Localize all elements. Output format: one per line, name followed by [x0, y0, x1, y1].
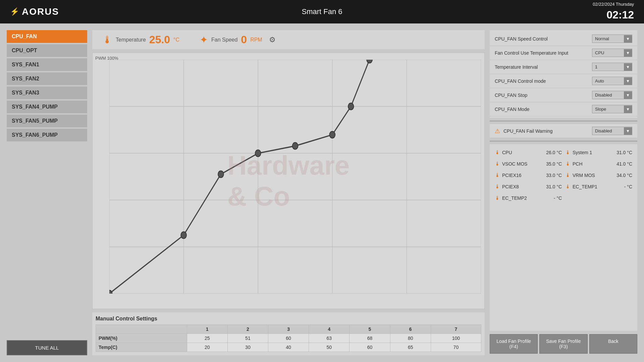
- fail-warning-arrow[interactable]: ▼: [624, 127, 632, 135]
- temp-6[interactable]: 65: [390, 343, 431, 352]
- speed-control-label: CPU_FAN Speed Control: [495, 36, 592, 42]
- temp-icon-pch: 🌡: [565, 161, 571, 167]
- tune-all-button[interactable]: TUNE ALL: [7, 340, 87, 355]
- temp-name-cpu: CPU: [502, 150, 529, 155]
- load-profile-button[interactable]: Load Fan Profile (F4): [490, 334, 538, 354]
- temp-input-select[interactable]: CPU ▼: [592, 49, 632, 57]
- temp-name-pch: PCH: [573, 161, 599, 167]
- svg-point-25: [218, 171, 224, 178]
- fan-item-sys-fan1[interactable]: SYS_FAN1: [7, 58, 87, 71]
- speed-control-arrow[interactable]: ▼: [624, 35, 632, 43]
- temp-name-ec-temp2: EC_TEMP2: [502, 195, 529, 201]
- temp-system1: 🌡 System 1 31.0 °C: [565, 147, 632, 158]
- header: ⚡ AORUS Smart Fan 6 02/22/2024 Thursday …: [0, 0, 644, 23]
- divider: [490, 121, 637, 121]
- pwm-5[interactable]: 68: [350, 334, 390, 343]
- fail-warning-value: Disabled: [592, 127, 624, 135]
- main-content: CPU_FAN CPU_OPT SYS_FAN1 SYS_FAN2 SYS_FA…: [0, 23, 644, 362]
- right-panel: CPU_FAN Speed Control Normal ▼ Fan Contr…: [490, 30, 637, 355]
- svg-point-29: [348, 103, 354, 110]
- temp-label: Temp(C): [96, 343, 187, 352]
- fan-item-sys-fan2[interactable]: SYS_FAN2: [7, 72, 87, 85]
- back-button[interactable]: Back: [589, 334, 637, 354]
- fan-item-cpu-fan[interactable]: CPU_FAN: [7, 30, 87, 43]
- temp-value-pciex8: 31.0 °C: [546, 184, 562, 189]
- col-header-2: 2: [227, 325, 268, 334]
- settings-table: 1 2 3 4 5 6 7 PWM(%) 25 51 60: [96, 324, 481, 352]
- fan-item-cpu-opt[interactable]: CPU_OPT: [7, 44, 87, 57]
- pwm-4[interactable]: 63: [309, 334, 350, 343]
- chart-svg: 0% 20 40 60 80 0%,0C 20 40 60 80 Tempera…: [109, 60, 481, 294]
- fan-item-sys-fan4-pump[interactable]: SYS_FAN4_PUMP: [7, 101, 87, 113]
- fan-icon: ✦: [200, 34, 208, 46]
- temp-icon-ec-temp2: 🌡: [495, 195, 500, 201]
- col-header-3: 3: [268, 325, 309, 334]
- fail-warning-select[interactable]: Disabled ▼: [592, 127, 632, 135]
- temp-input-arrow[interactable]: ▼: [624, 49, 632, 57]
- temp-input-label: Fan Control Use Temperature Input: [495, 50, 592, 56]
- temp-4[interactable]: 50: [309, 343, 350, 352]
- fan-stop-arrow[interactable]: ▼: [624, 92, 632, 99]
- time-text: 02:12: [593, 7, 634, 22]
- col-header-6: 6: [390, 325, 431, 334]
- save-profile-button[interactable]: Save Fan Profile (F3): [539, 334, 587, 354]
- temp-ec-temp1: 🌡 EC_TEMP1 - °C: [565, 182, 632, 192]
- aorus-icon: ⚡: [10, 7, 19, 16]
- pwm-7[interactable]: 100: [431, 334, 481, 343]
- svg-point-24: [181, 232, 186, 238]
- temp-value-pch: 41.0 °C: [616, 161, 632, 167]
- svg-point-28: [329, 131, 335, 138]
- pwm-6[interactable]: 80: [390, 334, 431, 343]
- temp-input-row: Fan Control Use Temperature Input CPU ▼: [490, 46, 637, 60]
- svg-point-23: [109, 290, 112, 294]
- left-sidebar: CPU_FAN CPU_OPT SYS_FAN1 SYS_FAN2 SYS_FA…: [7, 30, 87, 355]
- temp-value-vrm-mos: 34.0 °C: [616, 173, 632, 178]
- divider-2: [490, 141, 637, 141]
- control-mode-select[interactable]: Auto ▼: [592, 77, 632, 85]
- temp-name-vrm-mos: VRM MOS: [573, 173, 599, 178]
- fan-mode-select[interactable]: Slope ▼: [592, 105, 632, 113]
- speed-control-select[interactable]: Normal ▼: [592, 35, 632, 43]
- temp-row: Temp(C) 20 30 40 50 60 65 70: [96, 343, 481, 352]
- fan-item-sys-fan5-pump[interactable]: SYS_FAN5_PUMP: [7, 115, 87, 127]
- fan-item-sys-fan3[interactable]: SYS_FAN3: [7, 86, 87, 99]
- control-mode-label: CPU_FAN Control mode: [495, 78, 592, 84]
- temp-interval-label: Temperature Interval: [495, 64, 592, 70]
- temp-3[interactable]: 40: [268, 343, 309, 352]
- pwm-label: PWM(%): [96, 334, 187, 343]
- temp-5[interactable]: 60: [350, 343, 390, 352]
- temp-7[interactable]: 70: [431, 343, 481, 352]
- temp-pciex8: 🌡 PCIEX8 31.0 °C: [495, 182, 562, 192]
- fan-item-sys-fan6-pump[interactable]: SYS_FAN6_PUMP: [7, 129, 87, 141]
- temp-name-vsoc-mos: VSOC MOS: [502, 161, 529, 167]
- logo-text: AORUS: [22, 6, 59, 17]
- col-header-5: 5: [350, 325, 390, 334]
- fan-mode-arrow[interactable]: ▼: [624, 106, 632, 113]
- pwm-1[interactable]: 25: [187, 334, 227, 343]
- temp-icon-cpu: 🌡: [495, 149, 500, 156]
- pwm-2[interactable]: 51: [227, 334, 268, 343]
- temp-2[interactable]: 30: [227, 343, 268, 352]
- temperature-status: 🌡 Temperature 25.0 °C: [102, 34, 179, 46]
- temp-1[interactable]: 20: [187, 343, 227, 352]
- temperature-readings: 🌡 CPU 26.0 °C 🌡 System 1 31.0 °C 🌡 VSOC …: [490, 144, 637, 331]
- pwm-3[interactable]: 60: [268, 334, 309, 343]
- fan-mode-value: Slope: [592, 105, 624, 113]
- gear-icon[interactable]: ⚙: [269, 36, 276, 44]
- datetime: 02/22/2024 Thursday 02:12: [593, 1, 634, 22]
- thermometer-icon: 🌡: [102, 34, 112, 46]
- manual-settings-title: Manual Control Settings: [96, 316, 481, 322]
- temperature-value: 25.0: [149, 34, 170, 46]
- fan-stop-select[interactable]: Disabled ▼: [592, 91, 632, 99]
- temp-value-cpu: 26.0 °C: [546, 150, 562, 155]
- temp-interval-select[interactable]: 1 ▼: [592, 63, 632, 71]
- temp-cpu: 🌡 CPU 26.0 °C: [495, 147, 562, 158]
- col-header-1: 1: [187, 325, 227, 334]
- temp-interval-arrow[interactable]: ▼: [624, 63, 632, 71]
- fan-curve-chart[interactable]: PWM 100% Hardware& Co 0%: [92, 53, 485, 309]
- fan-settings-section: CPU_FAN Speed Control Normal ▼ Fan Contr…: [490, 30, 637, 118]
- fail-warning-row: ⚠ CPU_FAN Fail Warning Disabled ▼: [490, 124, 637, 138]
- speed-control-value: Normal: [592, 35, 624, 43]
- control-mode-arrow[interactable]: ▼: [624, 77, 632, 85]
- fan-speed-unit: RPM: [250, 37, 262, 43]
